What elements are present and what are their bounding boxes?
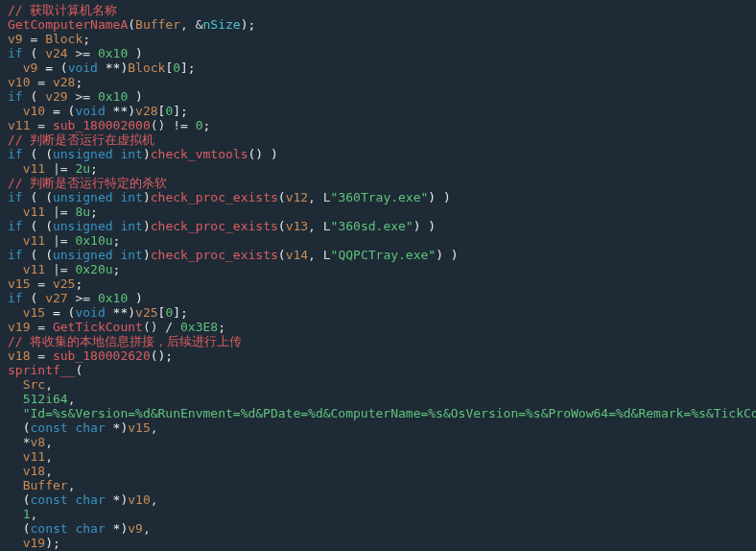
comment-line: // 获取计算机名称 [8,3,117,17]
format-string: "Id=%s&Version=%d&RunEnvment=%d&PDate=%d… [8,406,756,420]
comment-line: // 判断是否运行特定的杀软 [8,176,167,190]
call-getcomputernamea: GetComputerNameA [8,17,128,32]
comment-line: // 判断是否运行在虚拟机 [8,132,154,147]
comment-line: // 将收集的本地信息拼接，后续进行上传 [8,334,242,348]
decompiler-output[interactable]: // 获取计算机名称 GetComputerNameA(Buffer, &nSi… [0,0,756,551]
